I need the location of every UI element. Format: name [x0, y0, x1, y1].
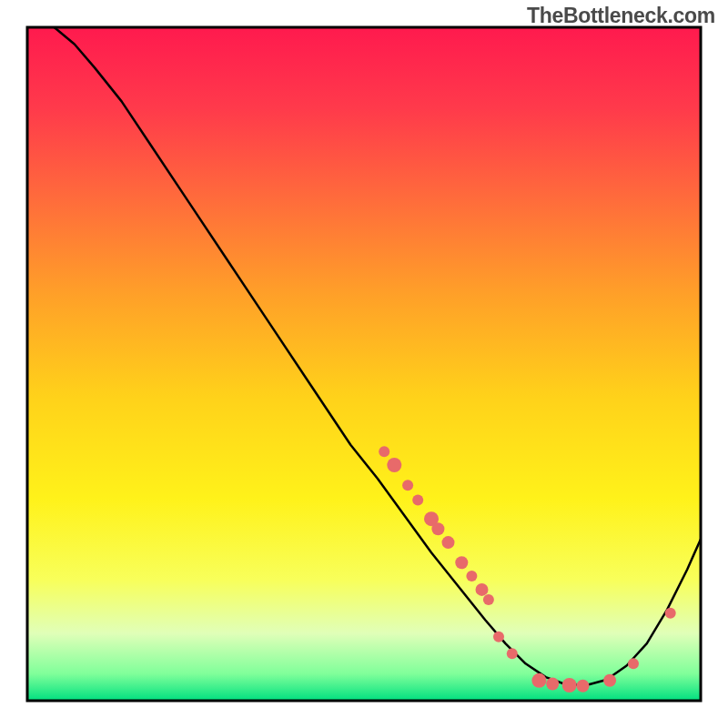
data-point: [402, 480, 413, 490]
data-point: [455, 556, 468, 569]
data-point: [431, 522, 444, 535]
data-point: [466, 571, 477, 581]
data-point: [412, 494, 423, 505]
data-point: [379, 446, 389, 457]
data-point: [493, 632, 504, 642]
data-point: [507, 648, 518, 659]
data-point: [577, 680, 590, 693]
bottleneck-curve-chart: [0, 0, 728, 728]
chart-container: TheBottleneck.com: [0, 0, 728, 728]
data-point: [628, 658, 639, 669]
data-point: [442, 536, 455, 549]
data-point: [665, 608, 676, 619]
data-point: [603, 674, 616, 687]
data-point: [483, 594, 494, 605]
watermark-text: TheBottleneck.com: [527, 4, 715, 28]
data-point: [476, 583, 489, 596]
data-point: [531, 673, 546, 688]
data-point: [546, 678, 559, 691]
data-point: [562, 678, 577, 693]
data-point: [387, 458, 401, 472]
gradient-background: [27, 27, 701, 701]
